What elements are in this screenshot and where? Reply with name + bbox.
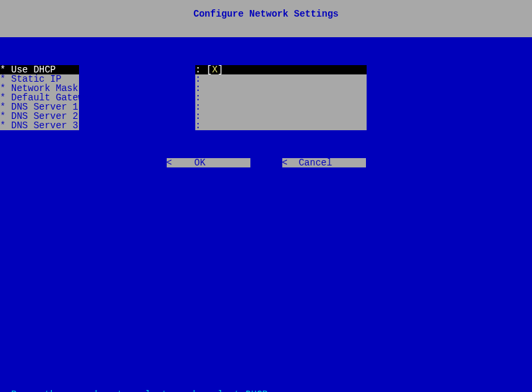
page-title: Configure Network Settings bbox=[193, 9, 338, 19]
value-row[interactable]: : bbox=[195, 93, 367, 102]
cancel-button[interactable]: < Cancel > bbox=[282, 158, 366, 167]
value-row[interactable]: : bbox=[195, 121, 367, 130]
labels-column: * Use DHCP* Static IP* Network Mask* Def… bbox=[0, 65, 79, 130]
label-row[interactable]: * DNS Server 1 bbox=[0, 102, 79, 112]
value-row[interactable]: : bbox=[195, 112, 367, 121]
buttons-row: < OK > < Cancel > bbox=[0, 158, 532, 167]
label-row[interactable]: * DNS Server 2 bbox=[0, 112, 79, 121]
label-row[interactable]: * Default Gateway bbox=[0, 93, 79, 102]
status-text: Press the spacebar to select or de-selec… bbox=[11, 389, 268, 392]
label-row[interactable]: * DNS Server 3 bbox=[0, 121, 79, 130]
value-row[interactable]: : bbox=[195, 74, 367, 84]
value-row[interactable]: : bbox=[195, 84, 367, 93]
label-row[interactable]: * Network Mask bbox=[0, 84, 79, 93]
title-bar: Configure Network Settings bbox=[0, 0, 532, 37]
ok-button[interactable]: < OK > bbox=[167, 158, 250, 167]
values-column: : [X]:::::: bbox=[195, 65, 367, 130]
status-bar: Press the spacebar to select or de-selec… bbox=[0, 381, 268, 390]
value-row[interactable]: : [X] bbox=[195, 65, 367, 74]
label-row[interactable]: * Static IP bbox=[0, 74, 79, 84]
label-row[interactable]: * Use DHCP bbox=[0, 65, 79, 74]
value-row[interactable]: : bbox=[195, 102, 367, 112]
